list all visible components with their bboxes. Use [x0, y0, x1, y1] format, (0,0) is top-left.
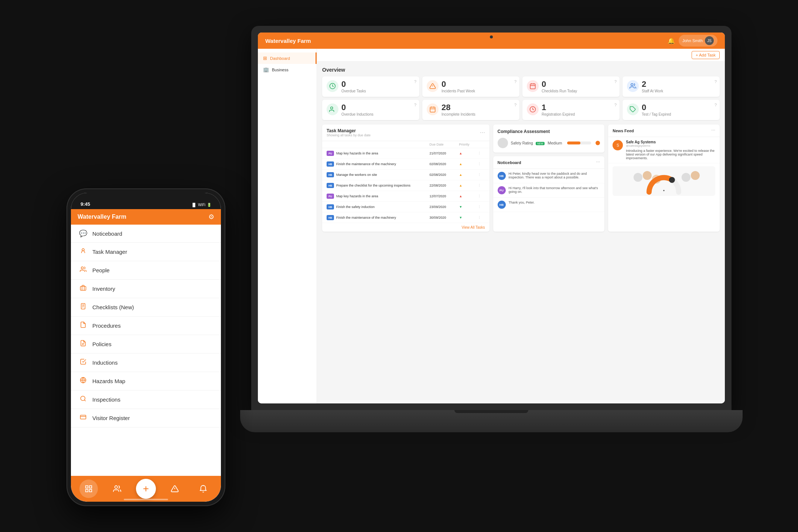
msg-avatar: PU	[498, 186, 506, 194]
user-chip[interactable]: John Smith JS	[679, 35, 717, 47]
svg-point-41	[115, 486, 117, 488]
priority-icon: ▲	[459, 184, 478, 187]
task-due: 02/08/2020	[430, 173, 459, 177]
stat-card-staff[interactable]: 2 Staff At Work ?	[623, 76, 720, 97]
inductions-num: 0	[341, 103, 374, 112]
nav-item-inspections[interactable]: Inspections	[71, 391, 221, 409]
stat-card-incidents[interactable]: 0 Incidents Past Week ?	[422, 76, 519, 97]
add-task-button[interactable]: + Add Task	[692, 51, 720, 59]
nav-item-checklists[interactable]: Checklists (New)	[71, 298, 221, 317]
news-text: Introducing a faster experience. We're e…	[626, 149, 715, 160]
nav-item-hazards[interactable]: Hazards Map	[71, 372, 221, 391]
task-menu-icon[interactable]: ⋯	[480, 130, 485, 136]
nav-label-taskmanager: Task Manager	[92, 249, 127, 255]
nav-item-people[interactable]: People	[71, 261, 221, 280]
task-more-icon[interactable]: ⋮	[478, 184, 485, 187]
topbar-right: 🔔 John Smith JS	[668, 35, 717, 47]
table-row[interactable]: PU Map key hazards in the area 21/07/202…	[322, 148, 490, 159]
nav-item-policies[interactable]: Policies	[71, 335, 221, 354]
nav-item-visitor[interactable]: Visitor Register	[71, 409, 221, 427]
tab-add[interactable]: +	[136, 479, 156, 499]
noticeboard-menu-icon[interactable]: ⋯	[596, 160, 600, 165]
svg-rect-35	[81, 415, 86, 419]
table-row[interactable]: HB Prepare the checklist for the upcomin…	[322, 180, 490, 191]
task-more-icon[interactable]: ⋮	[478, 162, 485, 166]
incidents-icon	[427, 80, 439, 92]
stat-card-checklists[interactable]: 0 Checklists Run Today ?	[522, 76, 620, 97]
incomplete-num: 28	[441, 103, 475, 112]
gear-icon[interactable]: ⚙	[208, 213, 214, 221]
tab-people[interactable]	[108, 480, 126, 498]
table-row[interactable]: PU Map key hazards in the area 12/07/202…	[322, 191, 490, 202]
bottom-grid: Task Manager Showing all tasks by due da…	[322, 125, 720, 232]
nav-item-inductions[interactable]: Inductions	[71, 354, 221, 372]
task-more-icon[interactable]: ⋮	[478, 173, 485, 177]
stat-card-overdue-tasks[interactable]: 0 Overdue Tasks ?	[322, 76, 419, 97]
task-more-icon[interactable]: ⋮	[478, 216, 485, 219]
stat-card-testtag[interactable]: 0 Test / Tag Expired ?	[623, 100, 720, 120]
tab-home[interactable]	[79, 480, 98, 498]
msg-avatar: HB	[498, 172, 506, 180]
testtag-icon	[627, 103, 639, 115]
nav-label-inventory: Inventory	[92, 286, 115, 292]
table-row[interactable]: HB Manage the workers on site 02/08/2020…	[322, 170, 490, 180]
wifi-icon: WiFi	[198, 203, 205, 207]
dashboard-icon: ⊞	[263, 55, 267, 61]
task-more-icon[interactable]: ⋮	[478, 151, 485, 155]
incidents-label: Incidents Past Week	[441, 89, 475, 93]
staff-icon	[627, 80, 639, 92]
sidebar-label-dashboard: Dashboard	[270, 56, 290, 61]
priority-icon: ▲	[459, 162, 478, 166]
newsfeed-menu-icon[interactable]: ⋯	[711, 128, 715, 133]
badge-hb: HB	[327, 161, 334, 167]
nav-item-inventory[interactable]: Inventory	[71, 280, 221, 298]
nav-item-noticeboard[interactable]: 💬 Noticeboard	[71, 225, 221, 243]
user-name: John Smith	[682, 38, 703, 43]
nav-item-procedures[interactable]: Procedures	[71, 317, 221, 335]
sidebar-item-business[interactable]: 🏢 Business	[258, 64, 317, 75]
phone-screen: 9:45 ▐▌ WiFi 🔋 Watervalley Farm ⚙ 💬 Noti…	[71, 193, 221, 502]
progress-bar	[567, 141, 591, 144]
task-name: Map key hazards in the area	[336, 194, 378, 198]
info-icon-8: ?	[715, 103, 717, 107]
stat-card-inductions[interactable]: 0 Overdue Inductions ?	[322, 100, 419, 120]
priority-icon: ▲	[459, 151, 478, 155]
view-all-link[interactable]: View All Tasks	[322, 223, 490, 232]
taskmanager-icon	[79, 248, 87, 256]
svg-point-23	[81, 267, 83, 269]
sidebar-item-dashboard[interactable]: ⊞ Dashboard	[258, 52, 317, 64]
main-content: Overview 0 Over	[317, 62, 725, 403]
stat-card-registration[interactable]: 1 Registration Expired ?	[522, 100, 620, 120]
news-handle: @safedagsystems	[626, 144, 715, 147]
message-item: HB Thank you, Peter.	[493, 198, 605, 212]
info-icon-6: ?	[514, 103, 516, 107]
priority-icon: ▼	[459, 216, 478, 219]
task-more-icon[interactable]: ⋮	[478, 194, 485, 198]
laptop-sidebar: ⊞ Dashboard 🏢 Business	[258, 49, 317, 403]
badge-hb: HB	[327, 183, 334, 188]
bell-icon[interactable]: 🔔	[668, 37, 675, 44]
tab-alert[interactable]	[194, 480, 212, 498]
task-due: 12/07/2020	[430, 194, 459, 198]
visitor-icon	[79, 414, 87, 422]
task-name: Finish the safety induction	[336, 205, 375, 209]
policies-icon	[79, 340, 87, 348]
msg-text: Thank you, Peter.	[509, 201, 535, 209]
incomplete-label: Incomplete Incidents	[441, 112, 475, 116]
nav-item-taskmanager[interactable]: Task Manager	[71, 243, 221, 261]
table-row[interactable]: HB Finish the maintenance of the machine…	[322, 159, 490, 170]
phone-bottom-bar: +	[71, 476, 221, 502]
stat-card-incomplete[interactable]: 28 Incomplete Incidents ?	[422, 100, 519, 120]
inductions-icon	[327, 103, 338, 115]
checklists-label: Checklists Run Today	[542, 89, 577, 93]
info-icon-3: ?	[614, 79, 617, 84]
incomplete-icon	[427, 103, 439, 115]
table-row[interactable]: HB Finish the maintenance of the machine…	[322, 212, 490, 223]
news-avatar: S	[613, 140, 623, 150]
svg-rect-38	[89, 486, 92, 488]
task-more-icon[interactable]: ⋮	[478, 205, 485, 209]
badge-hb: HB	[327, 215, 334, 220]
tab-hazard[interactable]	[166, 480, 184, 498]
table-row[interactable]: HB Finish the safety induction 23/09/202…	[322, 202, 490, 212]
procedures-icon	[79, 321, 87, 330]
